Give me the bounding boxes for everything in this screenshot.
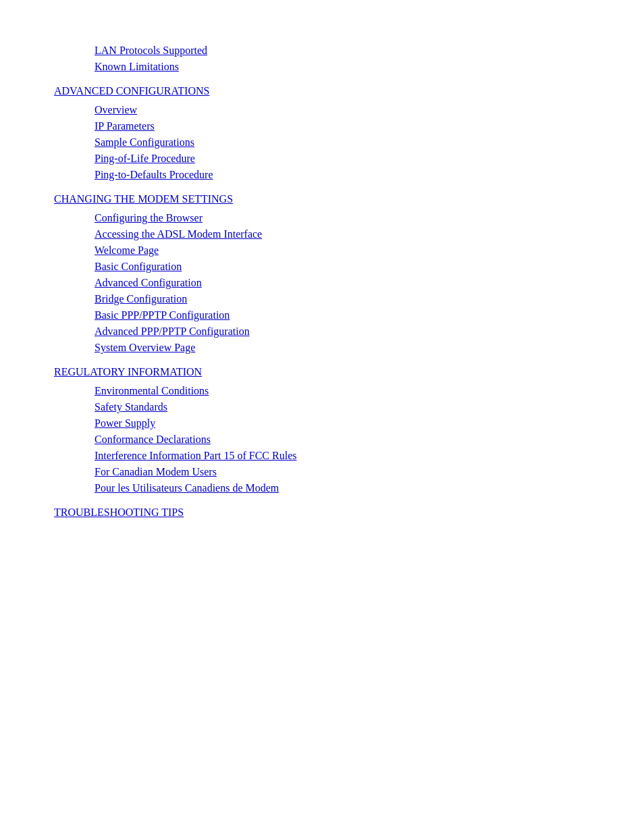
toc-item[interactable]: Overview xyxy=(54,104,590,116)
toc-item[interactable]: Ping-of-Life Procedure xyxy=(54,153,590,165)
toc-item[interactable]: Sample Configurations xyxy=(54,136,590,149)
toc-item[interactable]: IP Parameters xyxy=(54,120,590,132)
toc-section-header[interactable]: TROUBLESHOOTING TIPS xyxy=(54,506,590,519)
toc-item[interactable]: Power Supply xyxy=(54,417,590,429)
toc-section-header[interactable]: ADVANCED CONFIGURATIONS xyxy=(54,85,590,97)
toc-item[interactable]: Conformance Declarations xyxy=(54,434,590,446)
toc-section-header[interactable]: REGULATORY INFORMATION xyxy=(54,366,590,378)
toc-item[interactable]: Ping-to-Defaults Procedure xyxy=(54,169,590,181)
toc-item[interactable]: LAN Protocols Supported xyxy=(54,45,590,57)
table-of-contents: LAN Protocols SupportedKnown Limitations… xyxy=(54,41,590,521)
toc-item[interactable]: Pour les Utilisateurs Canadiens de Modem xyxy=(54,482,590,494)
toc-item[interactable]: Advanced PPP/PPTP Configuration xyxy=(54,325,590,338)
toc-item[interactable]: Accessing the ADSL Modem Interface xyxy=(54,228,590,240)
toc-item[interactable]: Advanced Configuration xyxy=(54,277,590,289)
toc-item[interactable]: Known Limitations xyxy=(54,61,590,73)
toc-item[interactable]: Safety Standards xyxy=(54,401,590,413)
toc-item[interactable]: Bridge Configuration xyxy=(54,293,590,305)
toc-item[interactable]: Interference Information Part 15 of FCC … xyxy=(54,450,590,462)
toc-section-header[interactable]: CHANGING THE MODEM SETTINGS xyxy=(54,193,590,205)
toc-item[interactable]: Welcome Page xyxy=(54,244,590,257)
toc-item[interactable]: Basic Configuration xyxy=(54,261,590,273)
toc-item[interactable]: Configuring the Browser xyxy=(54,212,590,224)
toc-item[interactable]: Environmental Conditions xyxy=(54,385,590,397)
toc-item[interactable]: System Overview Page xyxy=(54,342,590,354)
toc-item[interactable]: For Canadian Modem Users xyxy=(54,466,590,478)
toc-item[interactable]: Basic PPP/PPTP Configuration xyxy=(54,309,590,321)
